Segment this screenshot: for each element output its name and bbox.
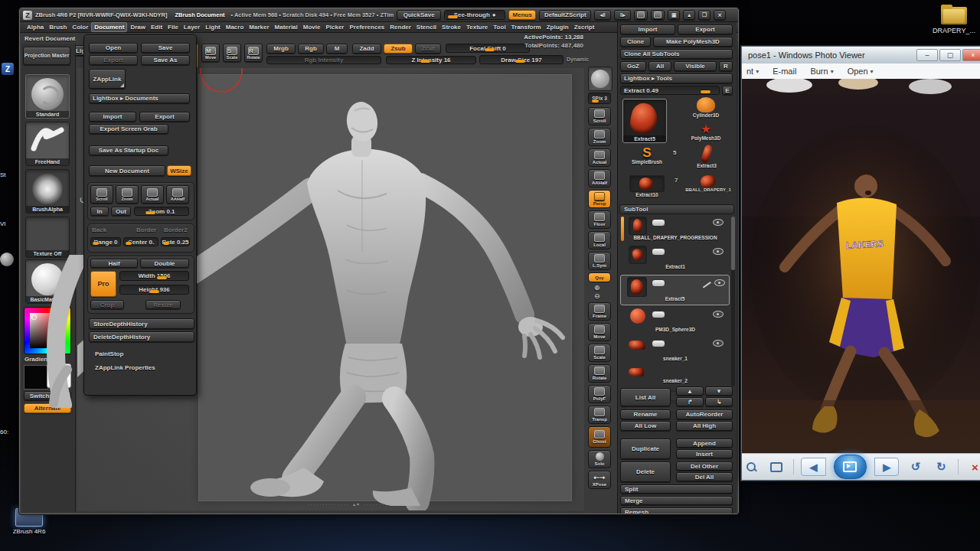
export-screen-grab-button[interactable]: Export Screen Grab <box>89 124 168 134</box>
clone-all-subtools-button[interactable]: Clone All SubTools <box>620 49 733 59</box>
menu-transform[interactable]: Transform <box>509 22 544 32</box>
menu-macro[interactable]: Macro <box>224 22 247 32</box>
subtool-down-button[interactable]: ▼ <box>705 386 733 396</box>
zapplink-button[interactable]: ZAppLink <box>89 69 126 89</box>
shelf-floor-button[interactable]: Floor <box>588 210 611 229</box>
del-other-button[interactable]: Del Other <box>676 461 733 471</box>
menu-marker[interactable]: Marker <box>247 22 271 32</box>
rename-button[interactable]: Rename <box>620 409 671 419</box>
autoreorder-button[interactable]: AutoReorder <box>676 409 733 419</box>
lightbox-documents-button[interactable]: Lightbox ▸ Documents <box>89 93 190 103</box>
store-depth-history-button[interactable]: StoreDepthHistory <box>89 318 194 329</box>
default-zscript-button[interactable]: DefaultZScript <box>539 10 591 20</box>
projection-master-button[interactable]: Projection Master <box>23 47 70 65</box>
delete-button[interactable]: Delete <box>620 461 671 482</box>
goz-r-button[interactable]: R <box>719 61 733 71</box>
play-slideshow-button[interactable] <box>834 455 867 479</box>
doc-border2-label[interactable]: Border2 <box>164 227 188 233</box>
zbrush-titlebar[interactable]: Z ZBrush 4R6 P2 [RIVR-WWRF-QWIX-W3KI-NDY… <box>20 8 738 22</box>
gyro-move-button[interactable]: MMove <box>201 44 220 62</box>
rgb-button[interactable]: Rgb <box>298 44 324 54</box>
subtool-toggle-pill[interactable] <box>652 248 665 256</box>
shelf-scale-button[interactable]: Scale <box>588 344 611 362</box>
subtool-item-0[interactable]: BBALL_DRAPERY_PROGRESSION <box>621 217 730 243</box>
actual-size-icon[interactable] <box>767 459 785 474</box>
pv-close-button[interactable]: × <box>962 49 980 61</box>
doc-width-slider[interactable]: Width 1506 <box>119 271 189 281</box>
menu-material[interactable]: Material <box>273 22 300 32</box>
pv-menu-email[interactable]: E-mail <box>773 67 796 76</box>
shelf-move-button[interactable]: Move <box>588 323 611 341</box>
doc-export-top-button[interactable]: Export <box>89 55 138 65</box>
insert-button[interactable]: Insert <box>676 449 733 458</box>
shelf-material-thumb[interactable] <box>588 67 612 91</box>
subtool-move-down-button[interactable]: ↳ <box>705 397 733 406</box>
doc-out-button[interactable]: Out <box>111 207 131 216</box>
subtool-item-2-selected[interactable]: Extract5 <box>620 275 730 305</box>
menu-draw[interactable]: Draw <box>128 22 148 32</box>
tool-clone-button[interactable]: Clone <box>620 37 651 47</box>
subtool-eye-icon[interactable] <box>713 248 724 255</box>
subtool-eye-icon[interactable] <box>713 311 724 318</box>
tool-import-button[interactable]: Import <box>620 24 675 34</box>
pv-menu-burn[interactable]: Burn▾ <box>810 67 833 76</box>
current-brush-thumb[interactable]: Standard <box>25 74 70 119</box>
subtool-brush-icon[interactable] <box>699 276 711 288</box>
shelf-ghost-button[interactable]: Ghost <box>588 426 611 448</box>
shelf-actual-button[interactable]: Actual <box>588 148 611 167</box>
draw-size-slider[interactable]: Draw Size 197 <box>479 55 564 64</box>
copy-ui-icon[interactable] <box>634 10 648 20</box>
doc-actual-button[interactable]: Actual <box>141 185 164 204</box>
doc-height-slider[interactable]: Height 936 <box>119 285 189 295</box>
pv-minimize-button[interactable]: – <box>916 49 938 61</box>
menu-light[interactable]: Light <box>203 22 223 32</box>
menu-document[interactable]: Document <box>91 22 127 32</box>
subtool-header[interactable]: SubTool <box>619 204 734 214</box>
menu-alpha[interactable]: Alpha <box>24 22 46 32</box>
doc-export-button[interactable]: Export <box>139 112 190 122</box>
menu-preferences[interactable]: Preferences <box>347 22 387 32</box>
shelf-zoom-in-icon[interactable]: ⊕ <box>594 284 600 292</box>
doc-save-as-button[interactable]: Save As <box>141 55 190 65</box>
subtool-item-1[interactable]: Extract1 <box>621 246 730 272</box>
window-close-icon[interactable]: × <box>714 10 726 20</box>
doc-center-slider[interactable]: Center 0. <box>123 237 158 246</box>
current-tool-thumb[interactable]: Extract5 <box>622 99 667 143</box>
doc-open-button[interactable]: Open <box>89 43 138 53</box>
doc-scroll-button[interactable]: Scroll <box>90 185 113 204</box>
revert-document-button[interactable]: Revert Document <box>24 35 75 42</box>
tool-export-button[interactable]: Export <box>678 24 733 34</box>
split-button[interactable]: Split <box>620 484 733 494</box>
shelf-zoom-out-icon[interactable]: ⊖ <box>594 292 600 300</box>
previous-button[interactable]: ◀ <box>801 458 825 476</box>
tool-bball-drapery-1[interactable]: BBALL_DRAPERY_1 <box>682 175 734 201</box>
wsize-button[interactable]: WSize <box>167 165 191 176</box>
next-button[interactable]: ▶ <box>874 458 899 476</box>
rotate-ccw-icon[interactable]: ↺ <box>906 459 924 474</box>
current-stroke-thumb[interactable]: FreeHand <box>25 122 70 166</box>
zcut-button[interactable]: Zcut <box>415 44 441 54</box>
desktop-folder-drapery[interactable]: DRAPERY_... <box>933 5 975 41</box>
goz-visible-button[interactable]: Visible <box>674 61 717 71</box>
right-tray-toggle-icon[interactable]: ‖▸ <box>614 10 631 20</box>
shelf-xpose-button[interactable]: ⇠⇢XPose <box>588 471 611 489</box>
photo-viewer-titlebar[interactable]: pose1 - Windows Photo Viewer – ▢ × <box>742 47 980 64</box>
menu-picker[interactable]: Picker <box>323 22 346 32</box>
current-alpha-thumb[interactable]: BrushAlpha <box>25 169 70 214</box>
subtool-item-4[interactable]: sneaker_1 <box>621 337 730 364</box>
duplicate-button[interactable]: Duplicate <box>620 439 671 459</box>
extract-thickness-slider[interactable]: Extract 0.49 <box>620 86 720 95</box>
z-intensity-slider[interactable]: Z Intensity 16 <box>386 56 476 64</box>
dynamic-label[interactable]: Dynamic <box>567 57 589 62</box>
del-all-button[interactable]: Del All <box>676 472 733 481</box>
doc-crop-button[interactable]: Crop <box>90 300 124 309</box>
shelf-transp-button[interactable]: Transp <box>588 406 611 424</box>
spix-slider[interactable]: SPix 3 <box>588 93 611 104</box>
subtool-item-3[interactable]: PM3D_Sphere3D <box>621 308 730 334</box>
menu-tool[interactable]: Tool <box>491 22 508 32</box>
subtool-toggle-pill[interactable] <box>652 340 665 347</box>
tool-simplebrush[interactable]: S SimpleBrush <box>622 146 671 174</box>
menu-movie[interactable]: Movie <box>301 22 323 32</box>
quicksave-button[interactable]: QuickSave <box>397 10 441 20</box>
zsub-button[interactable]: Zsub <box>384 44 413 54</box>
